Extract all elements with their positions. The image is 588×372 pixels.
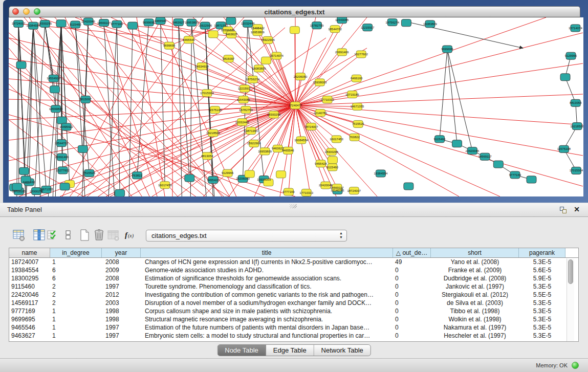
network-canvas[interactable]: 1872400719384554183002959115460224200461…: [9, 17, 583, 196]
cell[interactable]: 1998: [102, 315, 141, 323]
cell[interactable]: Jankovic et al. (1997): [431, 282, 519, 291]
cell[interactable]: Franke et al. (2009): [431, 266, 519, 274]
table-row[interactable]: 1830029562008Estimation of significance …: [9, 274, 578, 282]
cell[interactable]: 5.9E-5: [519, 274, 565, 282]
function-builder-button[interactable]: f(x): [124, 229, 138, 243]
table-row[interactable]: 946554611997Estimation of the future num…: [9, 323, 578, 332]
cell[interactable]: 2003: [102, 299, 141, 307]
graph-node[interactable]: [16, 61, 26, 69]
cell[interactable]: 19384554: [9, 266, 50, 274]
cell[interactable]: Changes of HCN gene expression and I(f) …: [141, 258, 393, 266]
table-row[interactable]: 2242004622012Investigating the contribut…: [9, 291, 578, 299]
graph-node[interactable]: [401, 19, 411, 27]
cell[interactable]: 0: [393, 315, 431, 323]
graph-node[interactable]: [452, 140, 462, 147]
cell[interactable]: 1997: [102, 323, 141, 332]
graph-edge[interactable]: [17, 24, 18, 196]
float-panel-icon[interactable]: [560, 207, 567, 213]
cell[interactable]: Investigating the contribution of common…: [141, 291, 393, 299]
tab-node-table[interactable]: Node Table: [217, 345, 266, 356]
graph-node[interactable]: [493, 161, 503, 168]
cell[interactable]: 1: [50, 307, 102, 315]
cell[interactable]: 2008: [102, 274, 141, 282]
cell[interactable]: Tibbo et al. (1998): [431, 307, 519, 315]
cell[interactable]: 0: [393, 332, 431, 340]
window-titlebar[interactable]: citations_edges.txt: [9, 6, 580, 17]
cell[interactable]: Wolkin et al. (1998): [431, 315, 519, 323]
cell[interactable]: Yano et al. (2008): [431, 258, 519, 266]
graph-node[interactable]: [276, 171, 286, 178]
graph-node[interactable]: [527, 176, 536, 183]
cell[interactable]: 2009: [102, 266, 141, 274]
graph-edge[interactable]: [34, 24, 45, 196]
show-column-button[interactable]: [32, 229, 46, 243]
cell[interactable]: 18724007: [9, 258, 50, 266]
graph-node[interactable]: [60, 183, 70, 190]
column-chooser-button[interactable]: [61, 229, 75, 243]
column-header-out-degree[interactable]: △ out_de…: [393, 248, 431, 257]
graph-node[interactable]: [290, 27, 299, 34]
cell[interactable]: 5.6E-5: [519, 266, 565, 274]
graph-node[interactable]: [78, 145, 88, 152]
cell[interactable]: 0: [393, 299, 431, 307]
table-row[interactable]: 977716911998Corpus callosum shape and si…: [9, 307, 578, 315]
cell[interactable]: 1997: [102, 332, 141, 340]
cell[interactable]: 9465546: [9, 323, 50, 332]
graph-edge[interactable]: [137, 23, 149, 176]
graph-edge[interactable]: [295, 105, 325, 185]
cell[interactable]: Estimation of significance thresholds fo…: [141, 274, 393, 282]
cell[interactable]: 0: [393, 307, 431, 315]
graph-node[interactable]: [208, 31, 218, 38]
cell[interactable]: 5.3E-5: [519, 323, 565, 332]
table-row[interactable]: 1872400712008Changes of HCN gene express…: [9, 258, 578, 266]
graph-edge[interactable]: [295, 105, 337, 188]
scrollbar-thumb[interactable]: [568, 259, 573, 284]
table-row[interactable]: 1938455462009Genome-wide association stu…: [9, 266, 578, 274]
graph-edge[interactable]: [295, 63, 583, 105]
table-vertical-scrollbar[interactable]: [567, 258, 574, 341]
cell[interactable]: 5.3E-5: [519, 258, 565, 266]
cell[interactable]: 0: [393, 323, 431, 332]
cell[interactable]: 0: [393, 266, 431, 274]
cell[interactable]: 1: [50, 323, 102, 332]
graph-edge[interactable]: [24, 26, 33, 171]
cell[interactable]: 2: [50, 291, 102, 299]
cell[interactable]: Embryonic stem cells: a model to study s…: [141, 332, 393, 340]
graph-node[interactable]: [560, 74, 570, 81]
graph-edge[interactable]: [18, 24, 19, 191]
graph-node[interactable]: [404, 183, 413, 190]
cell[interactable]: 22420046: [9, 291, 50, 299]
cell[interactable]: 14569117: [9, 299, 50, 307]
cell[interactable]: 1997: [102, 282, 141, 291]
cell[interactable]: 5.3E-5: [519, 299, 565, 307]
cell[interactable]: 5.3E-5: [519, 282, 565, 291]
cell[interactable]: Hescheler et al. (1997): [431, 332, 519, 340]
column-header-name[interactable]: name: [9, 248, 50, 257]
graph-edge[interactable]: [295, 105, 311, 196]
cell[interactable]: Structural magnetic resonance image aver…: [141, 315, 393, 323]
cell[interactable]: 2012: [102, 291, 141, 299]
graph-node[interactable]: [128, 22, 138, 29]
graph-node[interactable]: [245, 170, 254, 178]
cell[interactable]: 0: [393, 282, 431, 291]
cell[interactable]: Dudbridge et al. (2008): [431, 274, 519, 282]
cell[interactable]: Genome-wide association studies in ADHD.: [141, 266, 393, 274]
graph-edge[interactable]: [45, 24, 56, 108]
column-header-short[interactable]: short: [431, 248, 519, 257]
cell[interactable]: 1998: [102, 307, 141, 315]
graph-edge[interactable]: [190, 23, 191, 196]
tab-network-table[interactable]: Network Table: [314, 345, 371, 356]
select-all-button[interactable]: [46, 229, 60, 243]
table-selector-dropdown[interactable]: citations_edges.txt ▲▼: [146, 230, 347, 242]
cell[interactable]: 9115460: [9, 282, 50, 291]
cell[interactable]: 5.3E-5: [519, 307, 565, 315]
cell[interactable]: 1: [50, 258, 102, 266]
graph-edge[interactable]: [447, 49, 457, 144]
graph-edge[interactable]: [9, 89, 265, 196]
cell[interactable]: Corpus callosum shape and size in male p…: [141, 307, 393, 315]
column-header-in-degree[interactable]: in_degree: [50, 248, 102, 257]
graph-edge[interactable]: [295, 105, 583, 125]
new-table-button[interactable]: [78, 229, 92, 243]
cell[interactable]: 2: [50, 282, 102, 291]
table-row[interactable]: 969969511998Structural magnetic resonanc…: [9, 315, 578, 323]
